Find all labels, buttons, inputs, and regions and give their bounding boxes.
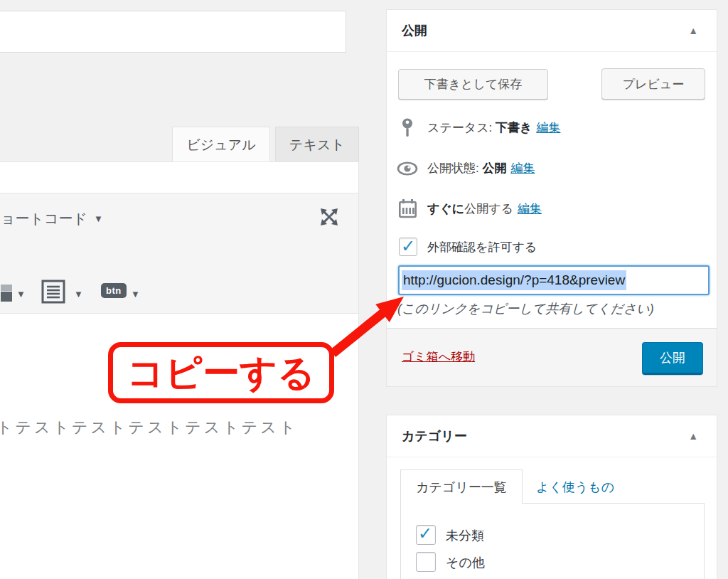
chevron-down-icon: ▼ (94, 214, 103, 223)
visibility-text: 公開状態: 公開編集 (427, 160, 535, 176)
save-draft-button[interactable]: 下書きとして保存 (398, 69, 548, 100)
cropped-toolbar-icon[interactable] (1, 285, 12, 302)
shortcode-dropdown[interactable]: ョートコード ▼ (1, 209, 103, 228)
schedule-row: すぐに公開する編集 (387, 199, 717, 219)
visibility-row: 公開状態: 公開編集 (387, 159, 717, 179)
checkmark-icon: ✓ (418, 524, 432, 543)
publish-button[interactable]: 公開 (642, 342, 703, 375)
status-row: ステータス: 下書き編集 (387, 118, 717, 138)
preview-button[interactable]: プレビュー (601, 68, 705, 100)
url-caption: (このリンクをコピーして共有してください) (397, 300, 710, 317)
chevron-down-icon[interactable]: ▼ (131, 290, 140, 299)
fullscreen-icon[interactable] (318, 206, 340, 228)
shortcode-label: ョートコード (1, 209, 87, 228)
calendar-icon (399, 199, 417, 218)
publish-panel-header[interactable]: 公開 ▲ (387, 10, 717, 52)
copy-annotation-box: コピーする (108, 342, 334, 403)
visibility-value: 公開 (482, 161, 506, 175)
visibility-label: 公開状態: (427, 161, 482, 175)
chevron-down-icon[interactable]: ▼ (16, 290, 26, 299)
button-shortcode-icon[interactable]: btn (101, 283, 127, 298)
checkmark-icon: ✓ (401, 236, 415, 256)
category-checkbox-uncategorized[interactable]: ✓ (416, 525, 436, 545)
preview-url-input[interactable]: http://gucion.design/?p=418&preview (398, 265, 710, 295)
post-title-input[interactable] (0, 11, 346, 53)
category-label: 未分類 (446, 527, 484, 544)
collapse-arrow-icon[interactable]: ▲ (688, 415, 698, 457)
publish-panel: 公開 ▲ 下書きとして保存 プレビュー ステータス: 下書き編集 (386, 9, 717, 387)
edit-schedule-link[interactable]: 編集 (518, 202, 542, 216)
tab-all-categories[interactable]: カテゴリー一覧 (400, 469, 523, 504)
category-panel-header[interactable]: カテゴリー ▲ (387, 415, 717, 457)
annotation-arrow-icon (313, 285, 416, 363)
preview-url-text: http://gucion.design/?p=418&preview (402, 270, 626, 290)
external-check-checkbox[interactable]: ✓ (399, 238, 417, 256)
publish-actions-footer: ゴミ箱へ移動 公開 (387, 328, 717, 386)
pin-icon (402, 118, 413, 138)
external-check-label: 外部確認を許可する (427, 239, 537, 255)
status-value: 下書き (496, 121, 532, 134)
edit-visibility-link[interactable]: 編集 (510, 161, 535, 175)
tab-visual[interactable]: ビジュアル (172, 127, 270, 161)
publish-panel-title: 公開 (387, 10, 717, 51)
copy-annotation-label: コピーする (127, 354, 316, 391)
eye-icon (397, 161, 418, 176)
schedule-label: 公開する (464, 202, 513, 216)
status-text: ステータス: 下書き編集 (427, 119, 560, 136)
category-panel: カテゴリー ▲ カテゴリー一覧 よく使うもの ✓ 未分類 その他 (386, 415, 717, 579)
chevron-down-icon[interactable]: ▼ (74, 290, 83, 299)
schedule-text: すぐに公開する編集 (427, 201, 542, 217)
category-label: その他 (446, 554, 485, 571)
editor-toolbar: ョートコード ▼ (0, 193, 358, 314)
category-checklist: ✓ 未分類 その他 (400, 503, 705, 579)
collapse-arrow-icon[interactable]: ▲ (688, 10, 698, 51)
tab-text[interactable]: テキスト (275, 127, 359, 161)
tab-most-used[interactable]: よく使うもの (536, 469, 614, 505)
list-block-icon[interactable] (41, 280, 65, 304)
status-label: ステータス: (427, 121, 496, 134)
edit-status-link[interactable]: 編集 (536, 121, 560, 134)
category-checkbox-other[interactable] (416, 552, 436, 572)
editor-body-text: トテストテストテストテストテスト (0, 417, 298, 438)
category-panel-title: カテゴリー (387, 415, 717, 457)
schedule-value: すぐに (427, 202, 464, 216)
